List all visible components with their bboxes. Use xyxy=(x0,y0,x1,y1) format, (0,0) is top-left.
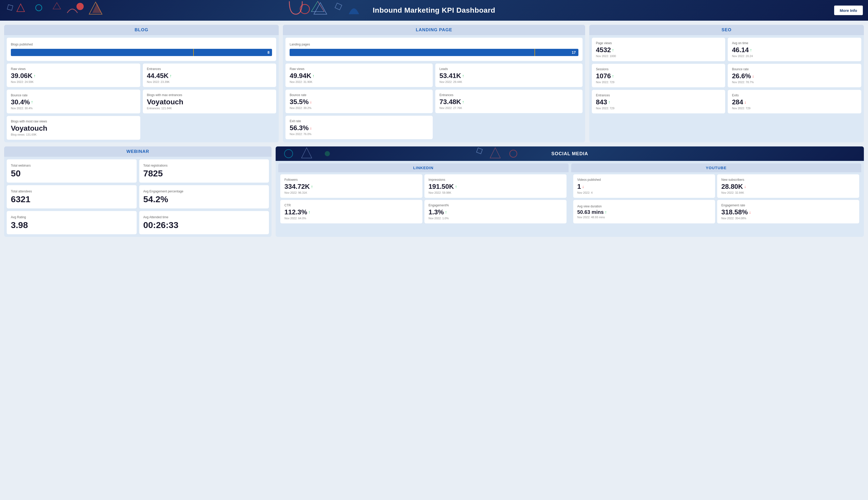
svg-line-11 xyxy=(318,1,324,12)
more-info-button[interactable]: More Info xyxy=(834,6,863,15)
lp-leads-label: Leads xyxy=(439,67,578,71)
lp-published-value: 17 xyxy=(572,50,576,55)
blog-entrances-prev: Nov 2022: 23.39K xyxy=(147,80,272,83)
linkedin-header: LINKEDIN xyxy=(278,163,568,172)
svg-rect-2 xyxy=(7,5,13,10)
seo-body: Page views 4532 ↑ Nov 2022: 1000 Avg on … xyxy=(589,35,864,116)
svg-marker-14 xyxy=(302,148,312,158)
blog-max-entrances-label: Blogs with max entrances xyxy=(147,93,272,97)
seo-bounce-rate-prev: Nov 2022: 78.7% xyxy=(732,81,857,84)
blog-max-entrances-sub: Entrances: 121.84K xyxy=(147,107,272,110)
blog-entrances-label: Entrances xyxy=(147,67,272,71)
lp-bounce-rate-label: Bounce rate xyxy=(290,93,429,97)
seo-avg-on-time-arrow: ↑ xyxy=(750,48,752,53)
dashboard-title: Inbound Marketing KPI Dashboard xyxy=(373,6,495,14)
linkedin-followers-arrow: ↑ xyxy=(311,184,313,189)
blog-body: Blogs published 8 Raw views 39.06K ↑ Nov… xyxy=(4,35,279,142)
lp-entrances-value: 73.48K ↑ xyxy=(439,98,578,106)
svg-marker-0 xyxy=(17,4,24,12)
avg-rating-value: 3.98 xyxy=(11,220,133,230)
bottom-row: WEBINAR Total webinars 50 Total registra… xyxy=(4,146,864,237)
blog-raw-views-card: Raw views 39.06K ↑ Nov 2022: 24.59K xyxy=(7,64,140,87)
total-attendees-label: Total attendees xyxy=(11,190,133,193)
blog-max-entrances-name: Voyatouch xyxy=(147,98,272,106)
youtube-videos-published-value: 1 ↓ xyxy=(577,183,711,191)
linkedin-followers-prev: Nov 2022: 96.31K xyxy=(284,191,418,194)
blogs-published-label: Blogs published xyxy=(11,43,272,46)
blog-bounce-rate-arrow: ↑ xyxy=(31,100,33,104)
landing-page-body: Landing pages 17 Raw views 49.94K ↑ Nov … xyxy=(283,35,585,142)
seo-sessions-arrow: ↑ xyxy=(612,74,614,79)
seo-sessions-card: Sessions 1076 ↑ Nov 2022: 729 xyxy=(592,64,725,87)
seo-page-views-value: 4532 ↑ xyxy=(596,46,721,54)
total-registrations-card: Total registrations 7825 xyxy=(139,159,269,183)
svg-point-4 xyxy=(77,3,84,10)
linkedin-ctr-label: CTR xyxy=(284,204,418,207)
linkedin-body: Followers 334.72K ↑ Nov 2022: 96.31K Imp… xyxy=(278,172,568,226)
blog-panel: BLOG Blogs published 8 Raw views 39.06K xyxy=(4,25,279,142)
webinar-header: WEBINAR xyxy=(4,146,271,157)
seo-avg-on-time-card: Avg on time 46.14 ↑ Nov 2022: 20.24 xyxy=(728,38,861,61)
linkedin-engagement-arrow: ↑ xyxy=(445,210,447,215)
youtube-videos-published-prev: Nov 2022: 4 xyxy=(577,191,711,194)
seo-header: SEO xyxy=(589,25,864,35)
lp-published-label: Landing pages xyxy=(290,43,578,46)
linkedin-impressions-value: 191.50K ↑ xyxy=(429,183,562,191)
avg-attended-time-card: Avg Attended time 00:26:33 xyxy=(139,211,269,234)
youtube-avg-view-duration-label: Avg view duration xyxy=(577,205,711,208)
lp-exit-rate-value: 56.3% ↓ xyxy=(290,124,429,132)
linkedin-followers-value: 334.72K ↑ xyxy=(284,183,418,191)
seo-avg-on-time-prev: Nov 2022: 20.24 xyxy=(732,55,857,58)
blog-raw-views-label: Raw views xyxy=(11,67,136,71)
svg-line-12 xyxy=(311,1,318,12)
total-webinars-label: Total webinars xyxy=(11,164,133,167)
landing-page-panel: LANDING PAGE Landing pages 17 Raw views … xyxy=(283,25,585,142)
blog-most-raw-views-sub: Blog views: 131.69K xyxy=(11,133,136,136)
blog-entrances-value: 44.45K ↑ xyxy=(147,72,272,80)
svg-marker-17 xyxy=(490,148,500,158)
youtube-subscribers-prev: Nov 2022: 32.84K xyxy=(721,191,855,194)
seo-page-views-arrow: ↑ xyxy=(612,48,614,53)
svg-point-7 xyxy=(300,4,309,14)
linkedin-impressions-label: Impressions xyxy=(429,178,562,182)
svg-marker-5 xyxy=(89,2,102,14)
seo-bounce-rate-label: Bounce rate xyxy=(732,67,857,71)
svg-point-1 xyxy=(36,5,42,11)
seo-sessions-prev: Nov 2022: 729 xyxy=(596,81,721,84)
social-media-panel: SOCIAL MEDIA LINKEDIN Followers 334.72K xyxy=(275,146,864,237)
youtube-avg-view-duration-prev: Nov 2022: 48.93 mins xyxy=(577,216,711,219)
youtube-avg-view-duration-value: 50.63 mins ↑ xyxy=(577,209,711,215)
youtube-engagement-rate-arrow: ↓ xyxy=(749,210,751,215)
blogs-published-value: 8 xyxy=(267,50,269,55)
linkedin-panel: LINKEDIN Followers 334.72K ↑ Nov 2022: 9… xyxy=(278,163,568,226)
youtube-engagement-rate-label: Engagement rate xyxy=(721,204,855,207)
blog-bounce-rate-prev: Nov 2022: 30.4% xyxy=(11,107,136,110)
svg-marker-6 xyxy=(92,3,102,13)
linkedin-title: LINKEDIN xyxy=(413,166,433,170)
avg-engagement-card: Avg Engagement percentage 54.2% xyxy=(139,185,269,208)
blog-title: BLOG xyxy=(135,27,148,32)
avg-attended-time-value: 00:26:33 xyxy=(143,220,265,230)
blog-most-raw-views-name: Voyatouch xyxy=(11,124,136,133)
linkedin-followers-card: Followers 334.72K ↑ Nov 2022: 96.31K xyxy=(280,174,422,198)
total-webinars-value: 50 xyxy=(11,168,133,179)
youtube-videos-published-arrow: ↓ xyxy=(582,184,584,189)
blog-raw-views-value: 39.06K ↑ xyxy=(11,72,136,80)
linkedin-impressions-card: Impressions 191.50K ↑ Nov 2022: 59.98K xyxy=(425,174,566,198)
svg-marker-8 xyxy=(314,3,327,14)
youtube-avg-view-duration-arrow: ↑ xyxy=(605,210,607,215)
svg-rect-9 xyxy=(335,3,342,10)
svg-marker-10 xyxy=(311,1,324,12)
seo-entrances-card: Entrances 843 ↑ Nov 2022: 729 xyxy=(592,90,725,113)
linkedin-engagement-value: 1.3% ↑ xyxy=(429,208,562,216)
lp-exit-rate-label: Exit rate xyxy=(290,119,429,123)
youtube-engagement-rate-prev: Nov 2022: 354.08% xyxy=(721,217,855,220)
linkedin-ctr-value: 112.3% ↑ xyxy=(284,208,418,216)
blog-raw-views-arrow: ↑ xyxy=(34,73,36,78)
seo-title: SEO xyxy=(722,27,732,32)
youtube-subscribers-arrow: ↓ xyxy=(744,184,746,189)
youtube-subscribers-value: 28.80K ↓ xyxy=(721,183,855,191)
lp-entrances-label: Entrances xyxy=(439,93,578,97)
lp-bounce-rate-value: 35.5% ↓ xyxy=(290,98,429,106)
seo-bounce-rate-card: Bounce rate 26.6% ↓ Nov 2022: 78.7% xyxy=(728,64,861,87)
